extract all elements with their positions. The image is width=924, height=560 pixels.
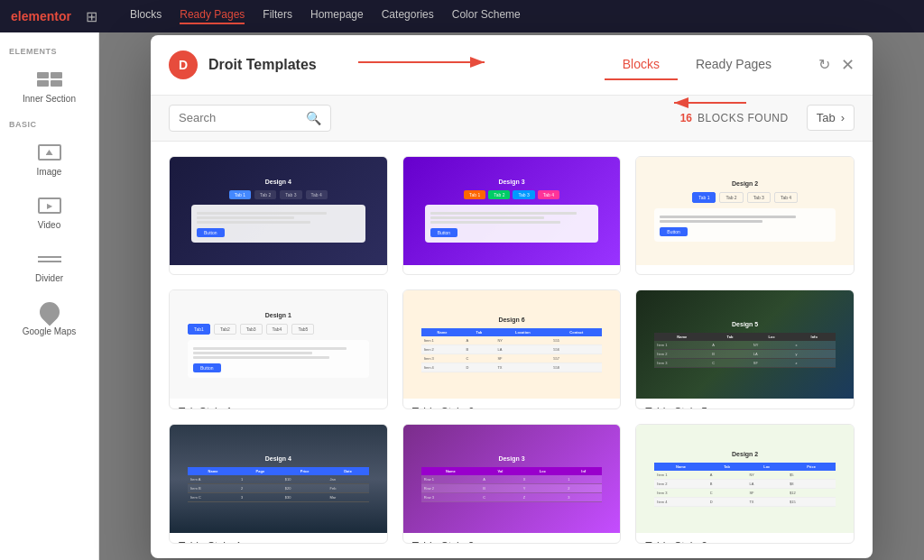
google-maps-label: Google Maps — [23, 326, 76, 336]
image-label: Image — [37, 167, 62, 177]
template-card-table-style-2[interactable]: Design 2 NameTabLocPrice Item 1ANY$5 Ite… — [635, 424, 855, 544]
card-label-tab-style-2: Tab Style 2 — [636, 265, 854, 276]
droit-logo: D — [169, 50, 198, 79]
top-nav: Blocks Ready Pages Filters Homepage Cate… — [130, 8, 521, 24]
card-preview-table-style-3: Design 3 NameValLocInf Row 1AX1 Row 2BY2… — [403, 425, 621, 533]
tab-blocks[interactable]: Blocks — [605, 50, 678, 80]
nav-item-ready-pages[interactable]: Ready Pages — [180, 8, 245, 24]
template-card-tab-style-3[interactable]: Design 3 Tab 1 Tab 2 Tab 3 Tab 4 — [402, 156, 622, 276]
card-label-tab-style-1: Tab Style 1 — [170, 399, 387, 409]
search-icon: 🔍 — [306, 111, 321, 125]
video-label: Video — [38, 220, 60, 230]
basic-label: BASIC — [0, 113, 98, 133]
nav-item-homepage[interactable]: Homepage — [310, 8, 364, 24]
blocks-count: 16 — [680, 112, 692, 124]
elements-label: ELEMENTS — [0, 40, 98, 60]
image-icon — [35, 142, 64, 163]
video-icon — [35, 195, 64, 216]
nav-item-categories[interactable]: Categories — [382, 8, 434, 24]
card-label-table-style-2: Table Style 2 — [636, 533, 854, 544]
modal-overlay: D Droit Templates Blocks Ready Pages ↻ ✕ — [99, 32, 924, 560]
inner-section-icon — [35, 69, 64, 90]
card-label-table-style-3: Table Style 3 — [403, 533, 621, 544]
card-preview-table-style-2: Design 2 NameTabLocPrice Item 1ANY$5 Ite… — [636, 425, 854, 533]
nav-item-color-scheme[interactable]: Color Scheme — [452, 8, 521, 24]
nav-item-blocks[interactable]: Blocks — [130, 8, 162, 24]
left-sidebar: ELEMENTS Inner Section BASIC Image Video… — [0, 32, 99, 560]
sidebar-item-image[interactable]: Image — [0, 133, 98, 186]
top-bar: elementor ⊞ Blocks Ready Pages Filters H… — [0, 0, 924, 32]
sidebar-item-divider[interactable]: Divider — [0, 239, 98, 292]
divider-icon — [35, 248, 64, 270]
close-icon[interactable]: ✕ — [841, 55, 855, 75]
card-preview-table-style-6: Design 6 NameTabLocationContact Item 1AN… — [403, 290, 621, 399]
card-preview-tab-style-3: Design 3 Tab 1 Tab 2 Tab 3 Tab 4 — [403, 157, 621, 265]
filter-label: Tab — [817, 111, 836, 124]
template-card-table-style-4[interactable]: Design 4 NamePagePriceDate Item A1$10Jan… — [169, 424, 388, 544]
modal-tabs: Blocks Ready Pages — [605, 50, 790, 80]
droit-templates-modal: D Droit Templates Blocks Ready Pages ↻ ✕ — [151, 35, 873, 558]
card-label-tab-style-4: Tab Style 4 — [170, 265, 387, 276]
card-preview-table-style-4: Design 4 NamePagePriceDate Item A1$10Jan… — [170, 425, 387, 533]
blocks-found: 16 BLOCKS FOUND — [680, 112, 789, 124]
template-card-table-style-6[interactable]: Design 6 NameTabLocationContact Item 1AN… — [402, 289, 622, 409]
sidebar-item-video[interactable]: Video — [0, 186, 98, 239]
template-card-tab-style-4[interactable]: Design 4 Tab 1 Tab 2 Tab 3 Tab 4 — [169, 156, 388, 276]
refresh-icon[interactable]: ↻ — [818, 56, 830, 73]
modal-header: D Droit Templates Blocks Ready Pages ↻ ✕ — [151, 35, 873, 96]
card-preview-table-style-5: Design 5 NameTabLocInfo Item 1ANYx Item … — [636, 290, 854, 399]
tab-ready-pages[interactable]: Ready Pages — [678, 50, 790, 80]
modal-toolbar: 🔍 16 BLOCKS FOUND Tab › — [151, 96, 873, 142]
main-content: D Droit Templates Blocks Ready Pages ↻ ✕ — [99, 32, 924, 560]
card-label-table-style-6: Table Style 6 — [403, 399, 621, 409]
search-box[interactable]: 🔍 — [169, 105, 331, 132]
card-label-table-style-4: Table Style 4 — [170, 533, 387, 544]
sidebar-item-inner-section[interactable]: Inner Section — [0, 60, 98, 113]
card-preview-tab-style-2: Design 2 Tab 1 Tab 2 Tab 3 Tab 4 — [636, 157, 854, 265]
search-input[interactable] — [179, 111, 300, 124]
modal-title: Droit Templates — [208, 57, 594, 73]
card-preview-tab-style-4: Design 4 Tab 1 Tab 2 Tab 3 Tab 4 — [170, 157, 387, 265]
grid-icon[interactable]: ⊞ — [86, 8, 97, 25]
divider-label: Divider — [35, 273, 63, 283]
google-maps-icon — [35, 301, 64, 323]
elementor-logo: elementor — [11, 9, 71, 23]
inner-section-label: Inner Section — [23, 94, 76, 104]
nav-item-filters[interactable]: Filters — [263, 8, 292, 24]
template-card-tab-style-1[interactable]: Design 1 Tab1 Tab2 Tab3 Tab4 Tab5 — [169, 289, 388, 409]
blocks-found-label: BLOCKS FOUND — [698, 112, 789, 124]
card-preview-tab-style-1: Design 1 Tab1 Tab2 Tab3 Tab4 Tab5 — [170, 290, 387, 399]
template-grid: Design 4 Tab 1 Tab 2 Tab 3 Tab 4 — [151, 142, 873, 558]
modal-header-actions: ↻ ✕ — [818, 55, 855, 75]
card-label-tab-style-3: Tab Style 3 — [403, 265, 621, 276]
template-card-table-style-3[interactable]: Design 3 NameValLocInf Row 1AX1 Row 2BY2… — [402, 424, 622, 544]
template-card-table-style-5[interactable]: Design 5 NameTabLocInfo Item 1ANYx Item … — [635, 289, 855, 409]
template-card-tab-style-2[interactable]: Design 2 Tab 1 Tab 2 Tab 3 Tab 4 — [635, 156, 855, 276]
sidebar-item-google-maps[interactable]: Google Maps — [0, 292, 98, 345]
card-label-table-style-5: Table Style 5 — [636, 399, 854, 409]
chevron-right-icon: › — [841, 111, 845, 124]
filter-dropdown[interactable]: Tab › — [807, 105, 855, 131]
